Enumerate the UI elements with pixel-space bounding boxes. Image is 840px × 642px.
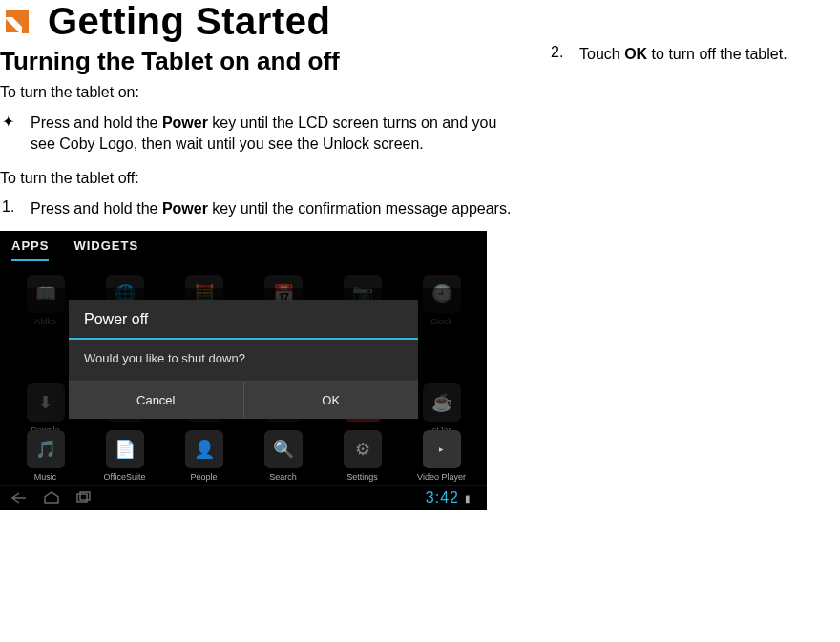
diamond-bullet-icon: ✦: [0, 113, 31, 155]
step-1: 1. Press and hold the Power key until th…: [0, 198, 520, 219]
back-icon[interactable]: [10, 491, 29, 505]
dialog-title: Power off: [69, 300, 418, 340]
step2-pre: Touch: [579, 46, 624, 62]
app-icon[interactable]: ☕etJar: [409, 383, 475, 435]
svg-rect-3: [80, 492, 90, 500]
tablet-screenshot: APPS WIDGETS 📖Aldko 🌐 🧮 📅 📷 🕘Clock ⬇Down…: [0, 231, 487, 510]
home-icon[interactable]: [42, 491, 61, 505]
dialog-message: Would you like to shut down?: [69, 340, 418, 381]
clock-text: 3:42: [426, 489, 459, 507]
tab-widgets[interactable]: WIDGETS: [74, 238, 138, 261]
app-icon[interactable]: 📄OfficeSuite: [92, 430, 158, 482]
step1-post: key until the confirmation message appea…: [208, 200, 512, 217]
app-icon[interactable]: 🔍Search: [250, 430, 317, 482]
chapter-arrow-icon: [0, 5, 34, 39]
chapter-title: Getting Started: [48, 0, 330, 43]
app-icon[interactable]: ⚙Settings: [329, 430, 396, 482]
step1-pre: Press and hold the: [31, 200, 162, 217]
recents-icon[interactable]: [74, 491, 94, 505]
wifi-icon: ▮: [465, 493, 472, 504]
app-icon[interactable]: 👤People: [171, 430, 238, 482]
step-1-number: 1.: [0, 198, 31, 219]
step-2-number: 2.: [549, 44, 579, 65]
intro-on: To turn the tablet on:: [0, 82, 520, 103]
svg-rect-2: [77, 494, 87, 502]
ok-button[interactable]: OK: [244, 382, 419, 419]
step-2: 2. Touch OK to turn off the tablet.: [549, 44, 830, 65]
cancel-button[interactable]: Cancel: [69, 382, 244, 419]
android-navbar: 3:42 ▮: [0, 485, 487, 510]
bullet-text-pre: Press and hold the: [31, 114, 162, 131]
intro-off: To turn the tablet off:: [0, 168, 520, 189]
power-off-dialog: Power off Would you like to shut down? C…: [69, 300, 418, 419]
app-icon[interactable]: 🎵Music: [12, 430, 79, 482]
app-icon[interactable]: ▶Video Player: [409, 430, 475, 482]
bullet-text-bold: Power: [162, 114, 208, 131]
step2-post: to turn off the tablet.: [647, 46, 787, 62]
step1-bold: Power: [162, 200, 208, 217]
step2-bold: OK: [624, 46, 647, 62]
tab-apps[interactable]: APPS: [11, 238, 49, 261]
section-title: Turning the Tablet on and off: [0, 47, 520, 76]
bullet-turn-on: ✦ Press and hold the Power key until the…: [0, 113, 520, 155]
